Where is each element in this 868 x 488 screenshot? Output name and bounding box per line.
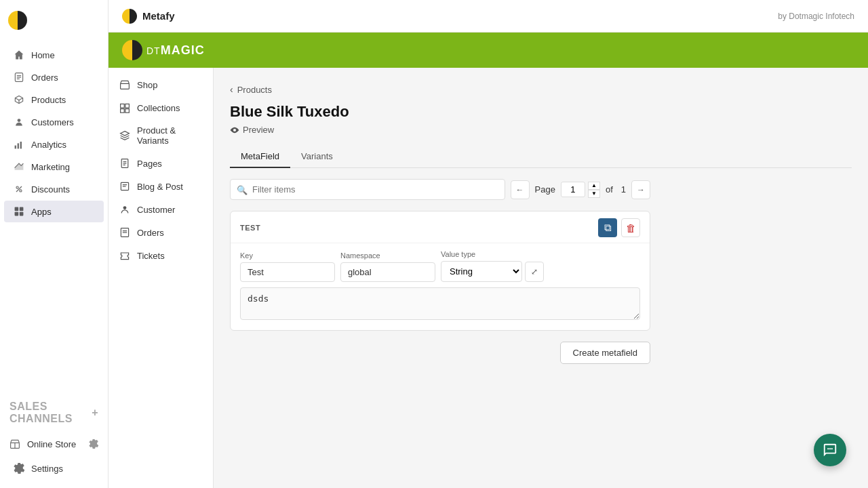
metafield-value-input[interactable]: dsds — [240, 287, 640, 320]
svg-rect-14 — [20, 207, 24, 211]
chat-icon — [823, 443, 837, 458]
page-up-button[interactable]: ▲ — [588, 182, 600, 190]
key-input[interactable] — [240, 262, 335, 282]
svg-rect-20 — [121, 104, 125, 108]
online-store-gear-icon[interactable] — [89, 439, 98, 449]
discounts-icon — [14, 184, 24, 195]
key-field-group: Key — [240, 251, 335, 282]
content-area: ‹ Products Blue Silk Tuxedo Preview Meta… — [214, 68, 868, 488]
app-nav-tickets[interactable]: Tickets — [108, 244, 213, 267]
app-nav-collections[interactable]: Collections — [108, 96, 213, 119]
sidebar-item-discounts[interactable]: Discounts — [4, 178, 104, 200]
metafield-actions: ⧉ 🗑 — [598, 218, 640, 237]
orders-icon — [14, 72, 24, 83]
shopify-sidebar: Home Orders Products Customers Analytics… — [0, 0, 108, 488]
app-nav-customer-label: Customer — [137, 205, 175, 215]
copy-metafield-button[interactable]: ⧉ — [598, 218, 617, 237]
svg-rect-7 — [18, 143, 19, 148]
namespace-input[interactable] — [340, 262, 435, 282]
app-nav-product-variants[interactable]: Product & Variants — [108, 119, 213, 152]
shop-icon — [119, 79, 130, 90]
pages-icon — [119, 158, 130, 169]
next-page-button[interactable]: → — [631, 180, 650, 199]
expand-value-type-button[interactable]: ⤢ — [525, 262, 544, 282]
svg-rect-6 — [15, 146, 16, 149]
chat-fab-button[interactable] — [814, 434, 846, 466]
sidebar-item-orders[interactable]: Orders — [4, 66, 104, 88]
add-sales-channel-icon[interactable]: + — [92, 407, 98, 419]
app-nav-pages[interactable]: Pages — [108, 152, 213, 175]
sidebar-marketing-label: Marketing — [31, 162, 70, 172]
sidebar-item-marketing[interactable]: Marketing — [4, 156, 104, 178]
svg-rect-19 — [121, 83, 130, 89]
sidebar-nav: Home Orders Products Customers Analytics… — [0, 41, 108, 392]
app-sidebar: Shop Collections Product & Variants Page… — [108, 68, 214, 488]
sidebar-item-products[interactable]: Products — [4, 89, 104, 110]
tabs: MetaField Variants — [230, 146, 852, 168]
value-type-field-group: Value type String Integer JSON string Bo… — [441, 250, 544, 282]
create-btn-row: Create metafield — [230, 331, 650, 364]
sidebar-item-customers[interactable]: Customers — [4, 111, 104, 133]
sidebar-logo-area — [0, 0, 108, 41]
value-type-select[interactable]: String Integer JSON string Boolean — [441, 261, 522, 282]
svg-point-35 — [827, 448, 829, 449]
online-store-label: Online Store — [27, 439, 76, 449]
prev-page-button[interactable]: ← — [511, 180, 530, 199]
svg-point-31 — [123, 206, 127, 209]
page-down-button[interactable]: ▼ — [588, 190, 600, 198]
marketing-icon — [14, 161, 24, 172]
sidebar-analytics-label: Analytics — [31, 140, 66, 150]
svg-point-5 — [18, 119, 21, 122]
page-number-input[interactable] — [561, 182, 585, 197]
sidebar-item-home[interactable]: Home — [4, 44, 104, 66]
top-bar-left: Metafy — [122, 9, 175, 24]
tickets-icon — [119, 250, 130, 261]
app-nav-pv-label: Product & Variants — [137, 125, 202, 146]
svg-rect-23 — [125, 109, 130, 113]
search-input[interactable] — [230, 179, 505, 200]
metafield-section-header: TEST ⧉ 🗑 — [231, 211, 650, 243]
search-icon: 🔍 — [237, 184, 248, 195]
app-nav-pages-label: Pages — [137, 159, 162, 169]
sidebar-item-online-store[interactable]: Online Store — [0, 433, 108, 455]
svg-rect-15 — [15, 212, 19, 216]
page-of-label: of — [603, 184, 616, 195]
tab-variants[interactable]: Variants — [290, 146, 344, 168]
blog-icon — [119, 181, 130, 192]
metafy-logo-icon — [122, 9, 137, 24]
sidebar-item-settings[interactable]: Settings — [4, 458, 104, 479]
app-nav-shop-label: Shop — [137, 80, 157, 90]
namespace-field-group: Namespace — [340, 251, 435, 282]
sidebar-home-label: Home — [31, 50, 55, 60]
copy-icon: ⧉ — [604, 222, 612, 234]
svg-rect-21 — [125, 104, 130, 108]
key-label: Key — [240, 251, 335, 260]
app-nav-customer[interactable]: Customer — [108, 198, 213, 221]
app-nav-orders-label: Orders — [137, 228, 164, 238]
svg-rect-22 — [121, 109, 125, 113]
customer-icon — [119, 204, 130, 215]
app-title: Metafy — [142, 10, 175, 22]
create-metafield-button[interactable]: Create metafield — [560, 342, 650, 364]
settings-label: Settings — [31, 464, 63, 474]
preview-link[interactable]: Preview — [230, 125, 852, 135]
analytics-icon — [14, 139, 24, 150]
shopify-logo-icon — [8, 11, 27, 30]
products-icon — [14, 94, 24, 105]
breadcrumb[interactable]: ‹ Products — [230, 84, 852, 95]
search-input-wrapper: 🔍 — [230, 179, 505, 200]
sidebar-item-apps[interactable]: Apps — [4, 201, 104, 222]
svg-point-37 — [831, 448, 833, 449]
app-nav-orders[interactable]: Orders — [108, 221, 213, 244]
delete-metafield-button[interactable]: 🗑 — [621, 218, 640, 237]
tab-metafield[interactable]: MetaField — [230, 146, 290, 168]
sidebar-apps-label: Apps — [31, 207, 52, 217]
home-icon — [14, 49, 24, 60]
value-type-label: Value type — [441, 250, 544, 258]
page-total: 1 — [618, 184, 629, 195]
sidebar-item-analytics[interactable]: Analytics — [4, 134, 104, 155]
eye-icon — [230, 125, 239, 135]
page-label: Page — [532, 184, 558, 195]
app-nav-shop[interactable]: Shop — [108, 73, 213, 96]
app-nav-blog[interactable]: Blog & Post — [108, 175, 213, 198]
